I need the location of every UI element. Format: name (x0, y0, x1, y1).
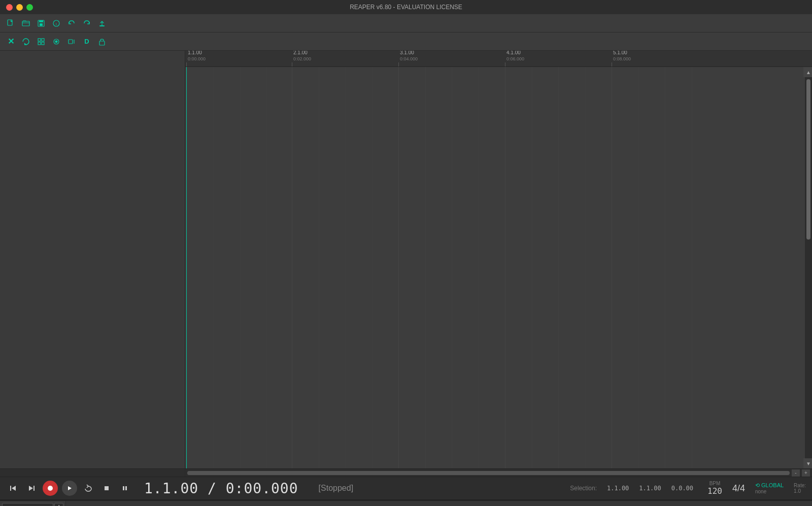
vscroll-thumb[interactable] (806, 79, 810, 240)
loop-button[interactable] (81, 481, 95, 495)
ruler-time-5: 0:08.000 (612, 56, 631, 61)
fx-button[interactable]: FX (2, 503, 53, 506)
svg-rect-10 (38, 42, 41, 45)
track-list (0, 51, 185, 468)
svg-rect-11 (42, 42, 44, 45)
svg-rect-14 (69, 40, 73, 44)
render-button[interactable] (95, 17, 109, 30)
grid-mode-button[interactable] (35, 35, 48, 48)
open-file-button[interactable] (19, 17, 32, 30)
record-button[interactable] (43, 481, 58, 496)
traffic-lights (6, 4, 33, 11)
pause-button[interactable] (118, 481, 132, 495)
bpm-display[interactable]: BPM 120 (707, 481, 722, 496)
svg-rect-3 (39, 20, 43, 22)
bpm-value[interactable]: 120 (707, 486, 722, 496)
rate-display: Rate: 1.0 (794, 483, 806, 494)
go-to-end-button[interactable] (24, 481, 39, 495)
hscroll-thumb[interactable] (187, 471, 790, 475)
ruler-bar-3: 3.1.00 (398, 51, 414, 55)
fx-power-button[interactable]: ⏻ (54, 503, 63, 506)
svg-rect-18 (33, 486, 35, 491)
global-label: ⟲ GLOBAL (755, 482, 784, 489)
transport-bar: 1.1.00 / 0:00.000 [Stopped] Selection: 1… (0, 477, 812, 500)
ruler-time-2: 0:02.000 (292, 56, 311, 61)
svg-rect-17 (10, 486, 11, 491)
global-value: none (755, 489, 784, 494)
ruler-time-4: 0:06.000 (505, 56, 524, 61)
maximize-button[interactable] (26, 4, 33, 11)
play-button[interactable] (62, 481, 77, 496)
loop-mode-button[interactable] (19, 35, 32, 48)
status-display: [Stopped] (319, 484, 354, 493)
hscroll-bar: - + (0, 468, 812, 477)
arrange-tracks (185, 67, 812, 468)
toolbar-1: i (0, 14, 812, 32)
hscroll-area[interactable]: - + (185, 469, 812, 477)
scroll-up-button[interactable]: ▲ (803, 67, 812, 77)
svg-rect-22 (125, 486, 127, 490)
global-display: ⟲ GLOBAL none (755, 482, 784, 494)
selection-info: Selection: 1.1.00 1.1.00 0.0.00 (570, 485, 693, 492)
ruler-time-1: 0:00.000 (186, 56, 206, 61)
vertical-scrollbar[interactable]: ▲ ▼ (805, 67, 812, 468)
time-signature[interactable]: 4/4 (732, 483, 745, 494)
svg-point-19 (48, 486, 53, 491)
playhead (186, 67, 187, 468)
info-button[interactable]: i (50, 17, 63, 30)
sel-len-value: 0.0.00 (671, 485, 693, 492)
lock-button[interactable] (95, 35, 109, 48)
cursor-mode-button[interactable]: ✕ (4, 35, 17, 48)
toolbar-2: ✕ D (0, 32, 812, 51)
ruler-bar-1: 1.1.00 (186, 51, 202, 55)
ruler-bar-5: 5.1.00 (612, 51, 627, 55)
go-to-start-button[interactable] (6, 481, 20, 495)
svg-rect-20 (105, 486, 109, 490)
zoom-minus-button[interactable]: - (792, 469, 800, 477)
rate-label: Rate: (794, 483, 806, 488)
svg-rect-8 (38, 39, 41, 41)
crossfade-button[interactable]: D (80, 35, 93, 48)
selection-label: Selection: (570, 485, 597, 492)
minimize-button[interactable] (16, 4, 23, 11)
zoom-plus-button[interactable]: + (802, 469, 810, 477)
svg-rect-7 (99, 25, 105, 26)
svg-text:i: i (56, 22, 57, 26)
close-button[interactable] (6, 4, 13, 11)
title-bar: REAPER v6.80 - EVALUATION LICENSE (0, 0, 812, 14)
arrange-view[interactable]: 1.1.00 0:00.000 2.1.00 0:02.000 3.1.00 0… (185, 51, 812, 468)
ruler-bar-4: 4.1.00 (505, 51, 521, 55)
scroll-down-button[interactable]: ▼ (803, 458, 812, 468)
svg-rect-9 (42, 39, 44, 41)
ruler-time-3: 0:04.000 (398, 56, 418, 61)
svg-rect-21 (123, 486, 124, 490)
new-file-button[interactable] (4, 17, 17, 30)
time-display: 1.1.00 / 0:00.000 (144, 480, 298, 497)
timeline-ruler: 1.1.00 0:00.000 2.1.00 0:02.000 3.1.00 0… (185, 51, 812, 67)
main-area: 1.1.00 0:00.000 2.1.00 0:02.000 3.1.00 0… (0, 51, 812, 468)
sel-start-value: 1.1.00 (607, 485, 629, 492)
bpm-label: BPM (709, 481, 721, 486)
master-channel: FX ⏻ ∞ 0.0000 M S (0, 501, 66, 506)
hscroll-track[interactable] (187, 471, 790, 475)
ruler-bar-2: 2.1.00 (292, 51, 308, 55)
stop-button[interactable] (99, 481, 114, 495)
svg-rect-1 (22, 21, 29, 26)
snap-button[interactable] (50, 35, 63, 48)
svg-rect-16 (99, 41, 105, 45)
svg-point-13 (55, 41, 57, 43)
redo-button[interactable] (80, 17, 93, 30)
svg-rect-4 (40, 23, 43, 26)
app-title: REAPER v6.80 - EVALUATION LICENSE (350, 4, 462, 11)
mixer-content: FX ⏻ ∞ 0.0000 M S (0, 501, 812, 506)
fx-row: FX ⏻ (2, 503, 63, 506)
undo-button[interactable] (65, 17, 78, 30)
ripple-button[interactable] (65, 35, 78, 48)
save-button[interactable] (35, 17, 48, 30)
rate-value: 1.0 (794, 488, 806, 494)
mixer-panel: FX ⏻ ∞ 0.0000 M S (0, 500, 812, 506)
sel-end-value: 1.1.00 (639, 485, 661, 492)
hscroll-spacer (0, 469, 185, 477)
